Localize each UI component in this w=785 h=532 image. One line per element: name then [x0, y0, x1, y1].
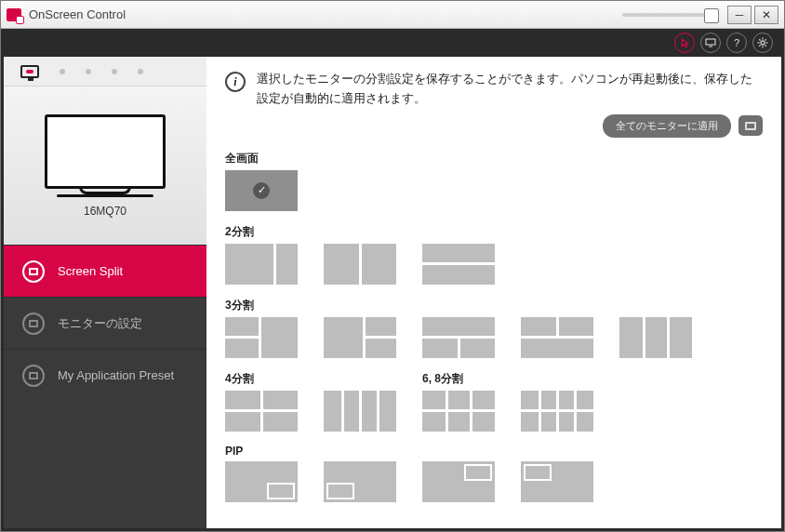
info-icon: i [225, 72, 246, 92]
section-fullscreen: 全画面 ✓ [225, 151, 763, 211]
sidebar: 16MQ70 Screen Split モニターの設定 My Applicati… [4, 57, 206, 528]
section-title: 2分割 [225, 224, 763, 240]
monitor-selector [4, 57, 206, 86]
nav-label: My Application Preset [58, 368, 174, 382]
svg-rect-0 [706, 39, 715, 45]
monitor-dot[interactable] [86, 69, 91, 74]
svg-line-9 [765, 39, 766, 40]
layout-pip-br[interactable] [225, 461, 298, 502]
main-panel: i 選択したモニターの分割設定を保存することができます。パソコンが再起動後に、保… [206, 57, 781, 528]
description-text: 選択したモニターの分割設定を保存することができます。パソコンが再起動後に、保存し… [257, 70, 763, 109]
section-3split: 3分割 [225, 298, 763, 358]
preset-icon [22, 365, 45, 387]
layout-2-a[interactable] [225, 244, 298, 285]
layout-list-button[interactable] [738, 115, 763, 136]
section-pip: PIP [225, 445, 763, 502]
monitor-thumb-1[interactable] [20, 65, 39, 78]
layout-3-b[interactable] [324, 317, 396, 358]
layout-3-c[interactable] [422, 317, 495, 358]
svg-line-8 [765, 46, 766, 47]
layout-2-b[interactable] [324, 244, 396, 285]
nav-monitor-settings[interactable]: モニターの設定 [4, 297, 206, 349]
nav-label: モニターの設定 [58, 315, 142, 332]
toolbar: ? [1, 29, 784, 57]
nav-screen-split[interactable]: Screen Split [4, 245, 206, 297]
monitor-preview: 16MQ70 [4, 86, 206, 245]
nav-label: Screen Split [58, 264, 123, 278]
section-title: 全画面 [225, 151, 763, 166]
section-title: 3分割 [225, 298, 763, 313]
layout-8[interactable] [521, 391, 593, 432]
nav-app-preset[interactable]: My Application Preset [4, 349, 206, 401]
layout-3-e[interactable] [619, 317, 692, 358]
apply-all-button[interactable]: 全てのモニターに適用 [603, 114, 731, 138]
monitor-screen-icon [45, 114, 166, 189]
layout-pip-bl[interactable] [324, 461, 396, 502]
close-button[interactable]: ✕ [754, 6, 778, 24]
cursor-icon[interactable] [674, 33, 695, 53]
svg-line-10 [759, 46, 760, 47]
titlebar: OnScreen Control ─ ✕ [1, 1, 784, 29]
layout-full[interactable]: ✓ [225, 170, 298, 211]
settings-icon[interactable] [752, 33, 773, 53]
help-icon[interactable]: ? [726, 33, 747, 53]
app-title: OnScreen Control [29, 7, 126, 21]
svg-line-7 [759, 39, 760, 40]
split-icon [22, 260, 45, 283]
layout-4-b[interactable] [324, 391, 396, 432]
layout-3-a[interactable] [225, 317, 298, 358]
monitor-dot[interactable] [60, 69, 65, 74]
section-4-68: 4分割 6, 8分割 [225, 371, 763, 432]
app-window: OnScreen Control ─ ✕ ? [0, 0, 785, 532]
monitor-settings-icon [22, 313, 45, 335]
monitor-dot[interactable] [112, 69, 117, 74]
layout-6[interactable] [422, 391, 495, 432]
section-2split: 2分割 [225, 224, 763, 285]
section-title: 6, 8分割 [422, 371, 593, 387]
minimize-button[interactable]: ─ [727, 6, 752, 24]
opacity-slider[interactable] [622, 13, 715, 17]
section-title: PIP [225, 445, 763, 458]
layout-pip-tl[interactable] [521, 461, 593, 502]
svg-point-2 [761, 41, 765, 45]
section-title: 4分割 [225, 371, 396, 387]
monitor-icon[interactable] [700, 33, 721, 53]
monitor-dot[interactable] [138, 69, 143, 74]
app-icon [7, 8, 21, 21]
layout-2-c[interactable] [422, 244, 495, 285]
layout-4-a[interactable] [225, 391, 298, 432]
layout-pip-tr[interactable] [422, 461, 495, 502]
layout-3-d[interactable] [521, 317, 593, 358]
monitor-model: 16MQ70 [84, 205, 126, 218]
